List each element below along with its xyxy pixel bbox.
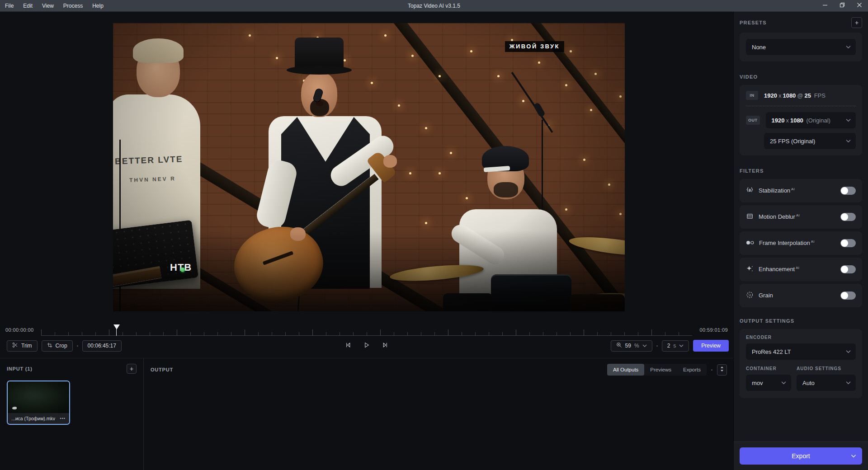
player-toolbar: Trim Crop 00:06:45:17 <box>0 338 733 353</box>
preview-button[interactable]: Preview <box>693 340 729 352</box>
filter-frame-interpolation: Frame InterpolationAI <box>740 231 862 255</box>
play-button[interactable] <box>361 340 373 352</box>
timeline-start-time: 00:00:00:00 <box>5 327 34 333</box>
output-fps-dropdown[interactable]: 25 FPS (Original) <box>764 133 856 149</box>
titlebar: File Edit View Process Help Topaz Video … <box>0 0 868 12</box>
encoder-dropdown[interactable]: ProRes 422 LT <box>746 343 856 360</box>
output-settings-card: ENCODER ProRes 422 LT CONTAINER mov AUDI <box>740 329 862 398</box>
menu-bar: File Edit View Process Help <box>0 3 104 9</box>
input-panel: INPUT (1) + ...иса (Трофим).mkv ••• <box>0 358 144 470</box>
filter-stabilization: StabilizationAI <box>740 179 862 202</box>
output-panel-title: OUTPUT <box>151 367 173 372</box>
grain-icon <box>746 291 754 301</box>
filter-enhancement: EnhancementAI <box>740 258 862 281</box>
step-back-button[interactable] <box>342 340 354 352</box>
menu-view[interactable]: View <box>42 3 54 9</box>
minimize-button[interactable] <box>816 0 834 12</box>
stabilization-toggle[interactable] <box>840 187 856 195</box>
filter-label: StabilizationAI <box>759 187 795 194</box>
chevron-down-icon <box>679 344 684 347</box>
video-section-title: VIDEO <box>740 74 758 80</box>
timeline-major-ticks <box>41 329 693 335</box>
restore-button[interactable] <box>834 0 851 12</box>
chevron-down-icon <box>846 381 851 385</box>
trim-button[interactable]: Trim <box>7 340 38 352</box>
step-forward-button[interactable] <box>379 340 392 352</box>
input-file-name: ...иса (Трофим).mkv <box>11 416 57 421</box>
tab-exports[interactable]: Exports <box>677 364 707 376</box>
playhead-marker[interactable] <box>113 324 120 329</box>
output-panel: OUTPUT All Outputs Previews Exports <box>144 358 733 470</box>
container-label: CONTAINER <box>746 366 791 371</box>
add-input-button[interactable]: + <box>127 364 137 374</box>
restore-icon <box>840 2 845 9</box>
menu-help[interactable]: Help <box>92 3 104 9</box>
motion-deblur-toggle[interactable] <box>840 213 856 221</box>
chevron-down-icon <box>846 140 851 143</box>
chevron-down-icon <box>846 46 851 49</box>
output-settings-title: OUTPUT SETTINGS <box>740 318 794 324</box>
enhancement-icon <box>746 265 754 274</box>
filter-label: Grain <box>759 292 774 299</box>
container-dropdown[interactable]: mov <box>746 375 791 391</box>
current-time-field[interactable]: 00:06:45:17 <box>82 340 122 352</box>
dot-separator <box>77 345 78 347</box>
export-button[interactable]: Export <box>740 447 862 465</box>
dotted-divider <box>746 106 856 106</box>
frame-interpolation-toggle[interactable] <box>840 239 856 247</box>
window-title: Topaz Video AI v3.1.5 <box>0 3 868 9</box>
video-preview[interactable]: BETTER LVTE THVN NEV R <box>113 23 625 311</box>
input-video-info: 1920x1080@25 FPS <box>764 92 827 99</box>
video-card: IN 1920x1080@25 FPS OUT 1920x1080 (Origi… <box>740 85 862 155</box>
add-preset-button[interactable]: + <box>851 17 862 28</box>
window-controls <box>816 0 868 12</box>
filters-section-title: FILTERS <box>740 168 764 174</box>
output-resolution-dropdown[interactable]: 1920x1080 (Original) <box>766 112 856 128</box>
ntv-green-dot <box>180 268 185 272</box>
menu-edit[interactable]: Edit <box>23 3 33 9</box>
filter-grain: Grain <box>740 284 862 307</box>
chevron-down-icon <box>851 455 856 458</box>
chevron-down-icon <box>642 344 647 347</box>
scissors-icon <box>12 342 18 349</box>
topaz-video-ai-window: File Edit View Process Help Topaz Video … <box>0 0 868 470</box>
more-options-icon[interactable]: ••• <box>60 416 66 421</box>
sort-arrows-icon <box>720 366 724 374</box>
crop-button[interactable]: Crop <box>42 340 73 352</box>
live-sound-badge: ЖИВОЙ ЗВУК <box>505 41 564 52</box>
filter-label: EnhancementAI <box>759 266 799 273</box>
presets-card: None <box>740 33 862 61</box>
menu-process[interactable]: Process <box>63 3 83 9</box>
out-badge: OUT <box>746 116 760 125</box>
play-icon <box>363 342 370 350</box>
close-icon <box>857 2 862 9</box>
dot-separator <box>711 369 712 371</box>
audio-settings-dropdown[interactable]: Auto <box>797 375 856 391</box>
dot-separator <box>656 345 658 347</box>
input-thumbnail-selected[interactable]: ...иса (Трофим).mkv ••• <box>7 381 70 425</box>
tab-all-outputs[interactable]: All Outputs <box>607 364 644 376</box>
timeline: 00:00:00:00 00:59:01:09 <box>0 321 733 339</box>
timeline-track[interactable] <box>41 324 693 336</box>
minimize-icon <box>822 2 828 9</box>
step-forward-icon <box>382 342 389 350</box>
audio-settings-label: AUDIO SETTINGS <box>797 366 856 371</box>
preview-length-dropdown[interactable]: 2 s <box>662 340 689 352</box>
filter-motion-deblur: Motion DeblurAI <box>740 205 862 229</box>
timeline-end-time: 00:59:01:09 <box>699 327 728 333</box>
close-button[interactable] <box>851 0 868 12</box>
stabilization-icon <box>746 186 754 196</box>
motion-deblur-icon <box>746 212 754 222</box>
tab-previews[interactable]: Previews <box>644 364 677 376</box>
magnifier-plus-icon <box>616 342 622 349</box>
sort-order-button[interactable] <box>717 364 727 376</box>
zoom-level-dropdown[interactable]: 59 % <box>611 340 652 352</box>
workspace: BETTER LVTE THVN NEV R <box>0 12 868 470</box>
preset-dropdown[interactable]: None <box>746 39 856 55</box>
menu-file[interactable]: File <box>5 3 14 9</box>
step-back-icon <box>345 342 352 350</box>
chevron-down-icon <box>846 119 851 122</box>
filter-label: Motion DeblurAI <box>759 213 800 220</box>
enhancement-toggle[interactable] <box>840 265 856 273</box>
grain-toggle[interactable] <box>840 291 856 300</box>
